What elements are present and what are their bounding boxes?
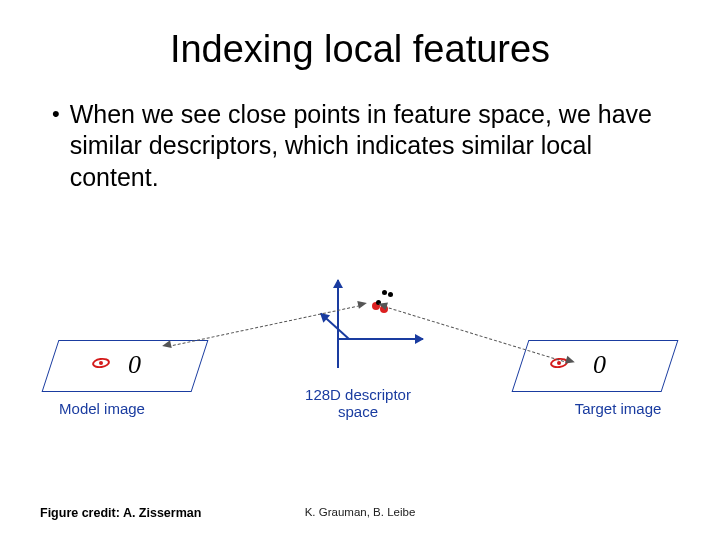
target-glyph: 0 [593,350,606,380]
bullet-marker: • [52,99,60,129]
slide-authors: K. Grauman, B. Leibe [0,506,720,518]
bullet-text: When we see close points in feature spac… [70,99,672,193]
model-glyph: 0 [128,350,141,380]
point-black-icon [388,292,393,297]
bullet-list: • When we see close points in feature sp… [40,99,680,193]
descriptor-caption: 128D descriptor space [288,386,428,421]
target-caption: Target image [558,400,678,417]
model-image-panel [42,340,209,392]
model-caption: Model image [42,400,162,417]
slide-title: Indexing local features [40,28,680,71]
model-feature-dot-icon [99,361,103,365]
figure: 0 0 Model image 128D descriptor space Ta… [50,280,670,430]
bullet-item: • When we see close points in feature sp… [52,99,672,193]
descriptor-axes-icon [305,280,425,390]
target-feature-dot-icon [557,361,561,365]
point-black-icon [382,290,387,295]
slide: Indexing local features • When we see cl… [0,0,720,540]
